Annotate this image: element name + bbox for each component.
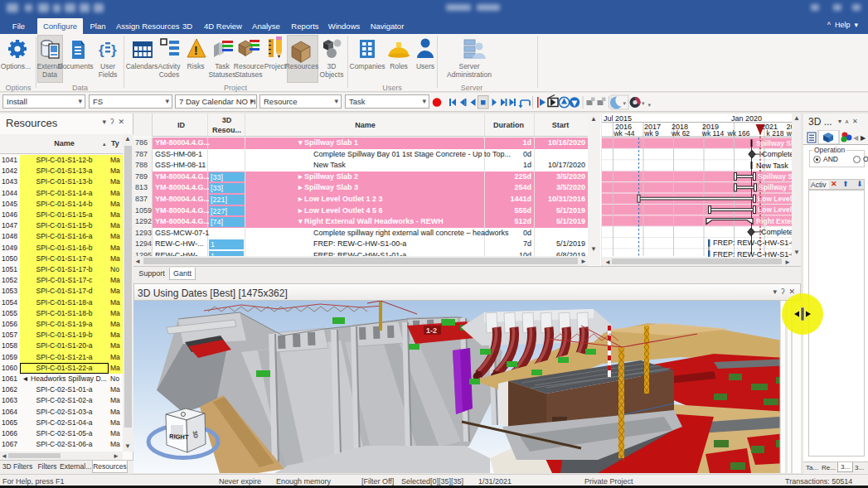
svg-text:▾: ▾	[623, 100, 627, 106]
svg-text:◀: ◀	[853, 134, 859, 142]
svg-text:▼: ▼	[793, 249, 800, 256]
svg-text:wk 166: wk 166	[727, 129, 750, 138]
svg-text:1-2: 1-2	[426, 326, 437, 335]
svg-text:wk -44: wk -44	[613, 129, 634, 138]
svg-text:▲: ▲	[793, 114, 800, 122]
svg-text:{: {	[99, 42, 104, 58]
svg-text:New Task: New Task	[756, 162, 788, 170]
svg-text:▶: ▶	[861, 134, 866, 142]
svg-text:▾: ▾	[648, 102, 652, 108]
svg-text:Spillway Sla: Spillway Sla	[756, 139, 797, 147]
svg-text:wk 62: wk 62	[671, 129, 690, 138]
svg-text:k 218: k 218	[767, 129, 784, 138]
svg-text:▾: ▾	[642, 100, 645, 106]
svg-text:wk 114: wk 114	[701, 129, 725, 138]
svg-text:!: !	[194, 44, 198, 57]
svg-text:Jul 2015: Jul 2015	[604, 114, 632, 123]
svg-text:►: ►	[784, 258, 791, 266]
svg-text:◄: ◄	[604, 258, 611, 266]
svg-text:Jan 2020: Jan 2020	[731, 114, 762, 123]
svg-text:wk 9: wk 9	[643, 129, 659, 138]
svg-text:RIGHT: RIGHT	[169, 432, 189, 441]
svg-text:FREP: REW-C-HW-S1-0: FREP: REW-C-HW-S1-0	[713, 239, 795, 247]
svg-text:}: }	[111, 42, 117, 58]
